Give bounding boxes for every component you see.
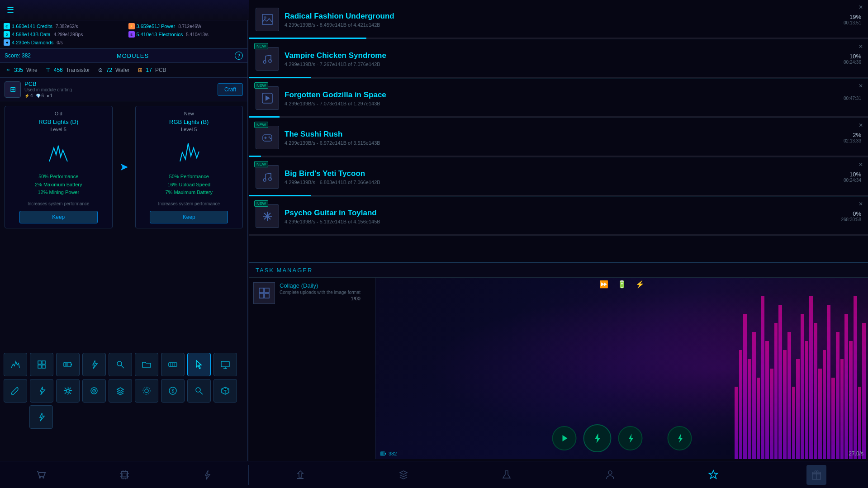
credits-stat: © 1.660e141 Credits 7.382e62/s <box>4 23 119 29</box>
tool-btn-wrench[interactable] <box>4 379 27 403</box>
materials-row: ≈ 335 Wire ⊤ 456 Transistor ⊙ 72 Wafer ⊞… <box>0 63 247 78</box>
tool-btn-power[interactable] <box>82 353 106 376</box>
nav-upload[interactable] <box>290 465 310 485</box>
svg-rect-50 <box>381 452 384 455</box>
visualizer-bar <box>765 341 769 459</box>
svg-text:$: $ <box>171 389 174 393</box>
task-item-collage: Collage (Daily) Complete uploads with th… <box>253 282 370 304</box>
tool-btn-cube[interactable] <box>213 379 237 403</box>
fast-forward-mini[interactable]: ⏩ <box>599 280 608 289</box>
tool-btn-modules[interactable] <box>30 353 53 376</box>
svg-point-37 <box>263 179 266 181</box>
resources-section: © 1.660e141 Credits 7.382e62/s ⚡ 3.659e5… <box>0 20 247 49</box>
svg-rect-26 <box>262 14 272 24</box>
tool-btn-settings2[interactable] <box>135 379 158 403</box>
battery-mini[interactable]: 🔋 <box>617 280 626 289</box>
tool-btn-battery[interactable] <box>56 353 80 376</box>
new-badge: NEW <box>254 82 268 89</box>
upload-progress-bar <box>249 156 261 157</box>
tool-btn-target[interactable] <box>82 379 106 403</box>
visualizer-bar <box>814 323 817 459</box>
close-upload-button[interactable]: ✕ <box>857 161 864 168</box>
svg-point-28 <box>263 61 266 63</box>
keep-old-button[interactable]: Keep <box>19 211 98 223</box>
svg-rect-45 <box>259 294 264 298</box>
svg-point-24 <box>196 388 200 392</box>
close-upload-button[interactable]: ✕ <box>857 43 864 50</box>
upload-item[interactable]: NEW Psycho Guitar in Toyland 4.299e139B/… <box>249 197 868 236</box>
upload-item[interactable]: NEW The Sushi Rush 4.299e139B/s - 6.972e… <box>249 118 868 157</box>
visualizer-bar <box>787 332 791 459</box>
tool-btn-stack[interactable] <box>109 379 132 403</box>
nav-shop[interactable] <box>32 465 52 485</box>
svg-point-38 <box>269 178 271 180</box>
tool-btn-signals[interactable] <box>4 353 27 376</box>
visualizer-bar <box>840 359 844 459</box>
close-upload-button[interactable]: ✕ <box>857 122 864 129</box>
upload-item[interactable]: NEW Big Bird's Yeti Tycoon 4.299e139B/s … <box>249 157 868 197</box>
close-upload-button[interactable]: ✕ <box>857 4 864 11</box>
upload-right: 10% 00:24:36 <box>839 53 861 65</box>
upload-time: 00:13:51 <box>844 20 861 25</box>
upload-thumbnail <box>256 47 279 71</box>
svg-rect-0 <box>38 361 41 364</box>
upload-info: Radical Fashion Underground 4.299e139B/s… <box>285 12 839 28</box>
tool-btn-search[interactable] <box>109 353 132 376</box>
new-stats: 50% Performance 16% Upload Speed 7% Maxi… <box>140 173 238 197</box>
svg-rect-2 <box>38 365 41 368</box>
upload-progress-bar <box>249 38 366 39</box>
craft-button[interactable]: Craft <box>218 83 243 96</box>
help-button[interactable]: ? <box>235 52 243 60</box>
tool-btn-search2[interactable] <box>187 379 211 403</box>
keep-new-button[interactable]: Keep <box>150 211 228 223</box>
upload-item[interactable]: Radical Fashion Underground 4.299e139B/s… <box>249 0 868 39</box>
upload-item[interactable]: NEW Vampire Chicken Syndrome 4.299e139B/… <box>249 39 868 79</box>
upload-title: Psycho Guitar in Toyland <box>285 208 837 218</box>
tool-btn-cursor[interactable] <box>187 353 211 376</box>
new-upgrade-col: New RGB Lights (B) Level 5 50% Performan… <box>135 106 243 228</box>
diamonds-icon: ◆ <box>4 39 10 46</box>
nav-flask[interactable] <box>497 465 517 485</box>
craft-requirements: ⚡ 4 💎 6 ● 1 <box>24 93 72 98</box>
nav-energy[interactable] <box>197 465 217 485</box>
close-upload-button[interactable]: ✕ <box>857 82 864 90</box>
tool-btn-single-bolt[interactable] <box>29 405 53 429</box>
modules-title: MODULES <box>117 52 149 59</box>
nav-cpu[interactable] <box>114 465 134 485</box>
close-upload-button[interactable]: ✕ <box>857 200 864 208</box>
bolt-button[interactable] <box>618 426 642 450</box>
menu-button[interactable]: ☰ <box>0 0 20 20</box>
visualizer-bar <box>844 314 848 459</box>
transistor-count: 456 <box>54 67 63 73</box>
power-speed-button[interactable] <box>667 426 692 450</box>
tool-btn-gear[interactable] <box>56 379 80 403</box>
tool-btn-monitor[interactable] <box>213 353 237 376</box>
upload-title: Radical Fashion Underground <box>285 12 839 21</box>
svg-point-52 <box>43 477 44 479</box>
upload-right: 0% 268:30:58 <box>837 210 862 222</box>
tool-btn-folder[interactable] <box>135 353 158 376</box>
bolt-mini[interactable]: ⚡ <box>636 280 645 289</box>
upload-stats: 4.299e139B/s - 5.132e141B of 4.156e145B <box>285 219 837 224</box>
upload-info: Vampire Chicken Syndrome 4.299e139B/s - … <box>285 51 839 67</box>
electronics-rate: 5.410e13/s <box>186 32 209 37</box>
tool-btn-memory[interactable] <box>161 353 185 376</box>
nav-star[interactable] <box>703 465 723 485</box>
nav-person[interactable] <box>600 465 620 485</box>
credits-rate: 7.382e62/s <box>56 24 78 29</box>
tool-btn-money[interactable]: $ <box>161 379 185 403</box>
wafer-icon: ⊙ <box>97 66 104 74</box>
task-description: Complete uploads with the image format <box>280 290 360 295</box>
req3-icon: ● <box>47 94 49 98</box>
nav-gift[interactable] <box>806 465 826 485</box>
pcb-section: ⊞ PCB Used in module crafting ⚡ 4 💎 6 ● <box>0 78 247 101</box>
charge-button[interactable] <box>583 424 611 452</box>
task-manager: TASK MANAGER Collage (Daily) Complete up… <box>249 262 868 461</box>
visualizer-bar <box>739 350 743 459</box>
upload-item[interactable]: NEW Forgotten Godzilla in Space 4.299e13… <box>249 79 868 118</box>
wire-icon: ≈ <box>5 66 12 74</box>
modules-header: Score: 382 MODULES ? <box>0 49 247 63</box>
tool-btn-bolt2[interactable] <box>30 379 53 403</box>
nav-layers[interactable] <box>394 465 413 485</box>
play-pause-button[interactable] <box>552 426 576 450</box>
